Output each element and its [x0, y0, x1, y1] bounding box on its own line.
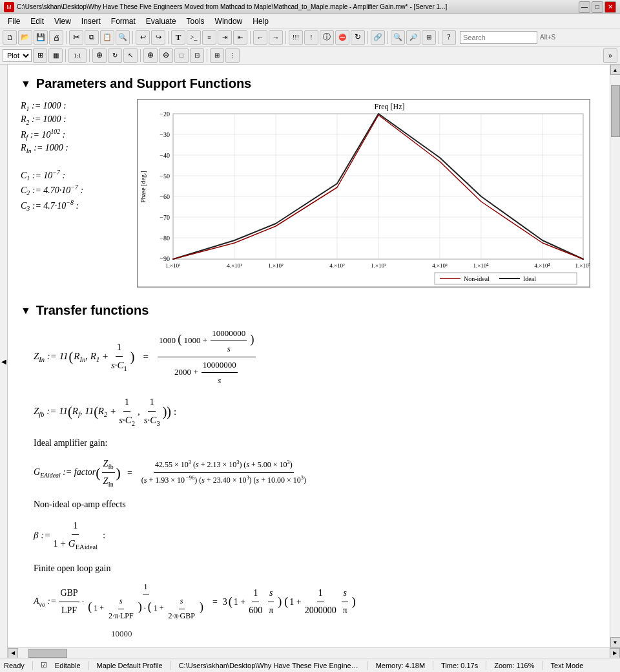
svg-text:−30: −30	[160, 131, 170, 138]
open-button[interactable]: 📂	[18, 30, 32, 45]
section2-triangle[interactable]: ▼	[21, 305, 31, 317]
svg-text:1.×10²: 1.×10²	[268, 262, 284, 269]
scroll-down-arrow[interactable]: ▼	[610, 637, 621, 647]
new-button[interactable]: 🗋	[3, 30, 17, 45]
left-arrow-btn[interactable]: ←	[253, 30, 267, 45]
section1-triangle[interactable]: ▼	[21, 78, 31, 90]
close-button[interactable]: ✕	[604, 1, 616, 13]
view3d-btn[interactable]: ▦	[48, 48, 63, 63]
section2-header: ▼ Transfer functions	[21, 303, 597, 318]
list-btn[interactable]: ≡	[202, 30, 216, 45]
param-Rf: Rf := 10102 :	[21, 128, 124, 141]
outdent-btn[interactable]: ⇤	[233, 30, 247, 45]
scroll-thumb[interactable]	[611, 85, 620, 137]
refresh-btn[interactable]: ↻	[351, 30, 365, 45]
status-sep3	[170, 661, 171, 670]
ratio-btn[interactable]: 1:1	[68, 48, 87, 63]
scroll-left-arrow[interactable]: ◀	[8, 648, 18, 658]
path-label: C:\Users\skhan\Desktop\Why Have These Fi…	[179, 662, 360, 669]
paste-button[interactable]: 📋	[100, 30, 114, 45]
zoom-minus-btn[interactable]: ⊖	[159, 48, 173, 63]
main-area: ◀ ▼ Parameters and Support Functions R1 …	[0, 65, 620, 658]
svg-text:−70: −70	[160, 214, 170, 221]
zoom-box-btn[interactable]: □	[174, 48, 189, 63]
find-button[interactable]: 🔍	[116, 30, 130, 45]
scroll-h-thumb[interactable]	[28, 649, 67, 658]
collapse-left[interactable]: ◀	[0, 65, 8, 658]
svg-text:−60: −60	[160, 193, 170, 200]
zoom-in-btn[interactable]: 🔍	[391, 30, 405, 45]
status-sep5	[433, 661, 433, 670]
param-C1: C1 := 10−7 :	[21, 169, 124, 182]
GEAideal-block: GEAideal := factor ( Zfb ZIn ) = 42.55 ×…	[34, 456, 597, 490]
menu-edit[interactable]: Edit	[25, 16, 49, 27]
grid-btn[interactable]: ⊞	[33, 48, 47, 63]
maximize-button[interactable]: □	[592, 1, 603, 13]
grid2-btn[interactable]: ⊞	[210, 48, 224, 63]
print-button[interactable]: 🖨	[49, 30, 63, 45]
title-text: C:\Users\skhan\Desktop\Why Have These Fi…	[17, 3, 579, 10]
undo-button[interactable]: ↩	[136, 30, 150, 45]
menu-tools[interactable]: Tools	[181, 16, 210, 27]
zoom-fit2-btn[interactable]: ⊡	[190, 48, 204, 63]
cut-button[interactable]: ✂	[69, 30, 83, 45]
status-sep6	[486, 661, 486, 670]
collapse-right-btn[interactable]: »	[603, 48, 617, 63]
profile-label: Maple Default Profile	[97, 662, 163, 669]
sep12	[207, 49, 207, 62]
right-arrow-btn[interactable]: →	[269, 30, 283, 45]
plot-type-select[interactable]: Plot	[3, 49, 32, 62]
help-btn[interactable]: ?	[442, 30, 456, 45]
menu-format[interactable]: Format	[106, 16, 141, 27]
menu-view[interactable]: View	[49, 16, 76, 27]
exec-btn[interactable]: !!!	[289, 30, 303, 45]
time-label: Time: 0.17s	[441, 662, 478, 669]
sep7	[388, 31, 388, 44]
info-btn[interactable]: ⓘ	[320, 30, 334, 45]
menu-insert[interactable]: Insert	[76, 16, 106, 27]
svg-text:1.×10⁴: 1.×10⁴	[473, 262, 490, 269]
axes-btn[interactable]: ⊕	[92, 48, 107, 63]
frequency-plot[interactable]: Freq [Hz]	[137, 99, 590, 288]
cursor-btn[interactable]: ↖	[123, 48, 138, 63]
menu-evaluate[interactable]: Evaluate	[141, 16, 181, 27]
indent-btn[interactable]: ⇥	[218, 30, 232, 45]
ideal-gain-label: Ideal amplifier gain:	[34, 435, 597, 451]
code-btn[interactable]: >_	[187, 30, 201, 45]
section1-title: Parameters and Support Functions	[36, 76, 251, 91]
sep11	[140, 49, 141, 62]
svg-text:4.×10²: 4.×10²	[329, 262, 345, 269]
mode-label: Text Mode	[551, 662, 584, 669]
copy-button[interactable]: ⧉	[85, 30, 99, 45]
scrollbar-vertical[interactable]: ▲ ▼	[610, 65, 620, 647]
zoom-fit-btn[interactable]: ⊞	[422, 30, 436, 45]
Zfb-block: Zfb := 11 ( Rf, 11 ( R2 + 1 s·C2 , 1 s·C…	[34, 394, 597, 430]
menu-window[interactable]: Window	[210, 16, 248, 27]
editable-label: Editable	[55, 662, 81, 669]
param-R1: R1 := 1000 :	[21, 101, 124, 112]
menu-file[interactable]: File	[3, 16, 25, 27]
menu-help[interactable]: Help	[247, 16, 274, 27]
svg-text:−50: −50	[160, 173, 170, 180]
sep5	[285, 31, 286, 44]
text-btn[interactable]: T	[171, 30, 185, 45]
svg-text:−20: −20	[160, 110, 170, 118]
exec2-btn[interactable]: !	[304, 30, 318, 45]
scroll-right-arrow[interactable]: ▶	[610, 648, 620, 658]
rotate-btn[interactable]: ↻	[108, 48, 122, 63]
redo-button[interactable]: ↪	[151, 30, 165, 45]
scroll-up-arrow[interactable]: ▲	[610, 65, 621, 75]
search-input[interactable]	[460, 31, 537, 44]
status-ready: Ready	[4, 662, 25, 669]
link-btn[interactable]: 🔗	[371, 30, 385, 45]
save-button[interactable]: 💾	[34, 30, 48, 45]
scrollbar-horizontal[interactable]: ◀ ▶	[8, 647, 620, 658]
stop-btn[interactable]: ⛔	[335, 30, 349, 45]
zoom-out-btn[interactable]: 🔎	[406, 30, 420, 45]
sep1	[66, 31, 67, 44]
svg-text:1.×10⁵: 1.×10⁵	[575, 262, 590, 269]
status-sep1	[32, 661, 33, 670]
dots-btn[interactable]: ⋮	[225, 48, 240, 63]
zoom-plus-btn[interactable]: ⊕	[143, 48, 158, 63]
minimize-button[interactable]: —	[579, 1, 590, 13]
